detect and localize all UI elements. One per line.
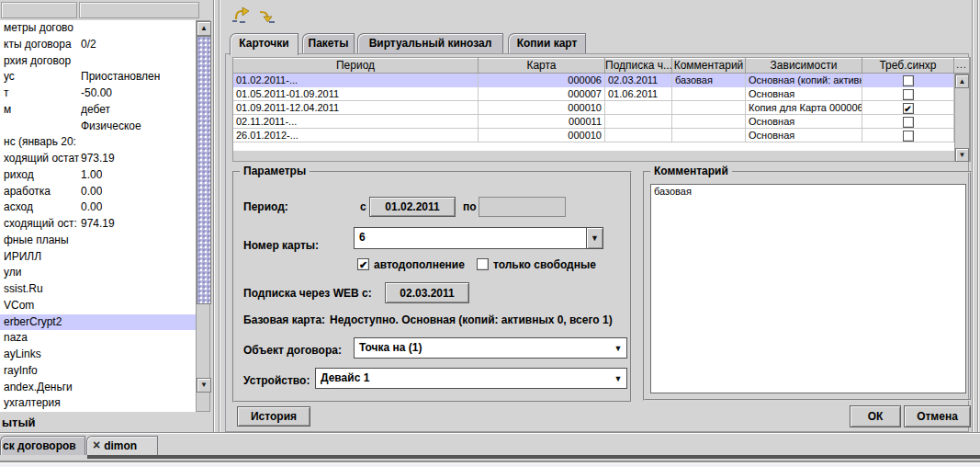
list-item[interactable]: мдебет [0, 102, 196, 119]
column-header[interactable]: Карта [479, 58, 605, 74]
table-row[interactable]: 02.11.2011-...000011Основная [233, 115, 954, 129]
table-cell[interactable]: Основная [746, 115, 862, 129]
curved-arrow-up-icon[interactable] [232, 7, 251, 24]
table-cell[interactable]: Основная [746, 129, 862, 142]
list-item[interactable]: сходящий ост:974.19 [0, 216, 196, 233]
list-item[interactable]: VCom [0, 298, 196, 314]
tab-virtual-cinema[interactable]: Виртуальный кинозал [357, 33, 503, 53]
table-cell[interactable]: базовая [672, 74, 746, 87]
scroll-up-icon[interactable]: ▲ [955, 74, 969, 88]
left-list-column-header-2[interactable] [79, 2, 199, 18]
left-list-column-header-1[interactable] [1, 2, 77, 18]
table-cell[interactable]: 000010 [479, 101, 605, 115]
left-list-scrollbar[interactable]: ▲ ▼ [196, 20, 210, 412]
list-item[interactable]: т-50.00 [0, 85, 196, 102]
table-cell[interactable]: 000007 [479, 87, 605, 101]
table-cell[interactable] [605, 115, 672, 129]
list-item[interactable]: риход1.00 [0, 167, 196, 184]
list-item[interactable]: кты договора0/2 [0, 37, 196, 53]
table-cell[interactable] [672, 115, 746, 129]
table-cell[interactable]: 02.03.2011 [605, 74, 672, 87]
bottom-tab-contract-search[interactable]: ск договоров [0, 436, 85, 455]
list-item[interactable]: асход0.00 [0, 199, 196, 216]
table-cell[interactable] [672, 101, 746, 115]
column-header[interactable]: Период [233, 58, 479, 74]
table-corner-header[interactable]: ... [954, 58, 970, 74]
table-cell[interactable]: Основная (копий: активных... [746, 74, 862, 87]
contract-object-combobox[interactable]: Точка на (1) ▼ [354, 337, 627, 359]
list-item[interactable]: ssist.Ru [0, 281, 196, 298]
table-cell[interactable]: Копия для Карта 000006 (0... [746, 101, 862, 115]
free-only-checkbox[interactable] [477, 258, 489, 270]
sync-required-checkbox[interactable] [903, 131, 914, 142]
history-button[interactable]: История [237, 406, 310, 427]
table-cell[interactable]: 02.11.2011-... [233, 115, 479, 129]
table-cell[interactable]: 01.06.2011 [605, 87, 672, 101]
ok-button[interactable]: ОК [850, 405, 901, 427]
list-item[interactable]: rayInfo [0, 363, 196, 380]
curved-arrow-down-icon[interactable] [258, 7, 276, 24]
sync-required-checkbox[interactable]: ✔ [903, 103, 914, 114]
sync-required-checkbox[interactable] [903, 75, 914, 86]
table-row[interactable]: 01.02.2011-...00000602.03.2011базоваяОсн… [233, 74, 954, 87]
list-item[interactable]: ayLinks [0, 347, 196, 363]
column-header[interactable]: Подписка ч... [605, 58, 672, 74]
table-cell[interactable] [672, 87, 746, 101]
device-combobox[interactable]: Девайс 1 ▼ [315, 368, 627, 389]
autocomplete-checkbox[interactable]: ✔ [357, 258, 369, 270]
column-header[interactable]: Комментарий [672, 58, 746, 74]
table-cell[interactable]: 000011 [479, 115, 605, 129]
tab-cards[interactable]: Карточки [230, 33, 299, 55]
list-item[interactable]: фные планы [0, 233, 196, 249]
cancel-button[interactable]: Отмена [904, 405, 971, 427]
table-scrollbar[interactable]: ▲ ▼ [954, 74, 970, 161]
table-cell[interactable]: 01.02.2011-... [233, 74, 479, 87]
list-item[interactable]: erberCrypt2 [0, 314, 196, 331]
tab-card-copies[interactable]: Копии карт [508, 33, 586, 53]
table-row[interactable]: 26.01.2012-...000010Основная [233, 129, 954, 142]
table-cell[interactable]: 01.05.2011-01.09.2011 [233, 87, 479, 101]
period-from-date-button[interactable]: 01.02.2011 [369, 197, 456, 217]
web-subscription-date-button[interactable]: 02.03.2011 [385, 282, 469, 303]
scroll-up-icon[interactable]: ▲ [197, 21, 211, 36]
list-item[interactable]: аработка0.00 [0, 184, 196, 200]
list-item[interactable]: усПриостановлен [0, 69, 196, 85]
bottom-tab-dimon[interactable]: ×dimon [86, 436, 158, 455]
close-icon[interactable]: × [93, 438, 100, 452]
period-to-date-field[interactable] [479, 197, 566, 217]
list-item[interactable]: рхия договор [0, 53, 196, 70]
splitter[interactable] [213, 0, 215, 434]
chevron-down-icon[interactable]: ▼ [610, 338, 626, 358]
list-item[interactable]: Физическое [0, 119, 196, 135]
table-cell[interactable]: 000006 [479, 74, 605, 87]
table-row[interactable]: 01.05.2011-01.09.201100000701.06.2011Осн… [233, 87, 954, 101]
list-item[interactable]: ули [0, 265, 196, 281]
column-header[interactable]: Треб.синхр [862, 58, 954, 74]
chevron-down-icon[interactable]: ▼ [610, 369, 626, 388]
list-item[interactable]: andex.Деньги [0, 380, 196, 396]
list-item[interactable]: naza [0, 330, 196, 347]
list-item[interactable]: ходящий остат973.19 [0, 151, 196, 167]
table-cell[interactable]: 01.09.2011-12.04.2011 [233, 101, 479, 115]
scroll-down-icon[interactable]: ▼ [197, 378, 211, 393]
list-item[interactable]: ухгалтерия [0, 395, 196, 412]
scrollbar-thumb[interactable] [197, 36, 211, 304]
table-cell[interactable] [672, 129, 746, 142]
list-item[interactable]: метры догово [0, 20, 196, 37]
sync-required-checkbox[interactable] [903, 117, 914, 128]
table-row[interactable]: 01.09.2011-12.04.2011000010Копия для Кар… [233, 101, 954, 115]
tab-packages[interactable]: Пакеты [302, 33, 355, 53]
comment-textarea[interactable]: базовая [650, 184, 966, 393]
list-item[interactable]: ИРИЛЛ [0, 249, 196, 266]
chevron-down-icon[interactable]: ▼ [586, 228, 603, 248]
sync-required-checkbox[interactable] [903, 89, 914, 100]
table-cell[interactable]: 26.01.2012-... [233, 129, 479, 142]
list-item[interactable]: нс (январь 20: [0, 134, 196, 151]
table-cell[interactable]: 000010 [479, 129, 605, 142]
column-header[interactable]: Зависимости [746, 58, 862, 74]
scroll-down-icon[interactable]: ▼ [955, 148, 969, 162]
table-cell[interactable]: Основная [746, 87, 862, 101]
table-cell[interactable] [605, 129, 672, 142]
card-number-combobox[interactable]: 6 ▼ [354, 227, 603, 249]
table-cell[interactable] [605, 101, 672, 115]
